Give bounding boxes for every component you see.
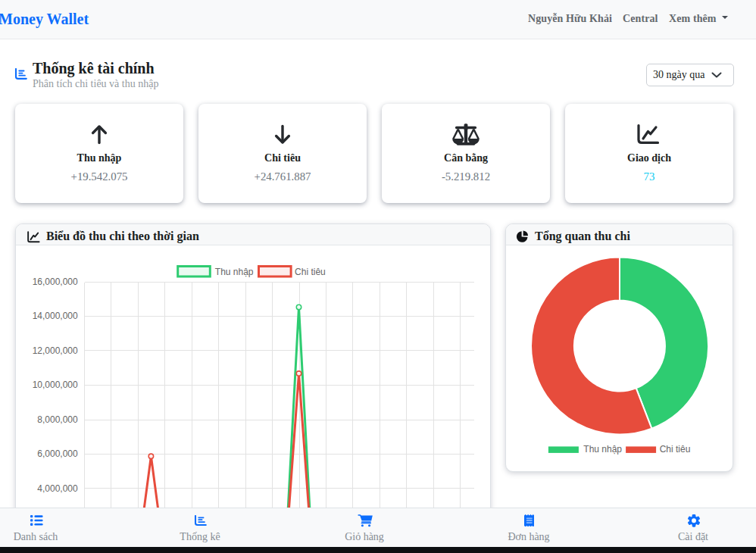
- svg-text:10,000,000: 10,000,000: [32, 380, 77, 390]
- svg-text:4,000,000: 4,000,000: [37, 483, 78, 494]
- svg-text:Thu nhập: Thu nhập: [214, 267, 253, 277]
- svg-text:Chi tiêu: Chi tiêu: [660, 444, 691, 455]
- svg-text:Chi tiêu: Chi tiêu: [295, 267, 326, 277]
- svg-text:16,000,000: 16,000,000: [32, 276, 77, 287]
- svg-text:Thu nhập: Thu nhập: [583, 444, 622, 455]
- svg-text:8,000,000: 8,000,000: [37, 414, 78, 425]
- svg-text:14,000,000: 14,000,000: [32, 311, 77, 321]
- svg-text:12,000,000: 12,000,000: [32, 345, 77, 356]
- svg-text:6,000,000: 6,000,000: [37, 448, 78, 459]
